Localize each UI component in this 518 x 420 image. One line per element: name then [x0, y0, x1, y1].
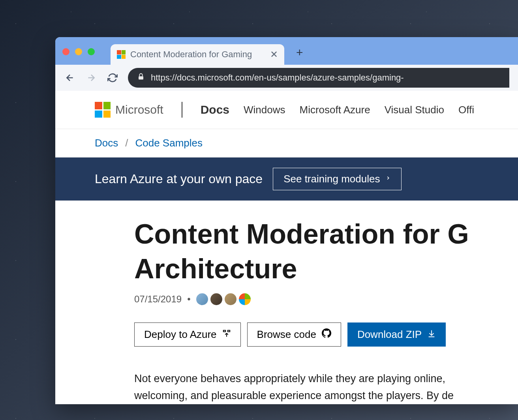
- nav-windows[interactable]: Windows: [244, 104, 285, 116]
- browser-window: Content Moderation for Gaming ✕ + https:…: [55, 37, 518, 404]
- page-title: Content Moderation for G Architecture: [134, 217, 518, 286]
- learn-button-label: See training modules: [283, 173, 380, 185]
- address-bar[interactable]: https://docs.microsoft.com/en-us/samples…: [128, 68, 509, 88]
- article-date: 07/15/2019: [134, 294, 182, 305]
- nav-office[interactable]: Offi: [458, 104, 474, 116]
- deploy-icon: [222, 328, 231, 341]
- window-close-button[interactable]: [62, 48, 69, 55]
- article-body: Not everyone behaves appropriately while…: [134, 370, 518, 404]
- nav-azure[interactable]: Microsoft Azure: [300, 104, 370, 116]
- svg-rect-0: [139, 76, 143, 79]
- learn-banner: Learn Azure at your own pace See trainin…: [55, 158, 518, 201]
- lock-icon: [137, 73, 145, 83]
- svg-rect-1: [223, 330, 225, 332]
- article: Content Moderation for G Architecture 07…: [55, 201, 518, 404]
- article-meta: 07/15/2019 •: [134, 293, 518, 305]
- breadcrumb-code-samples[interactable]: Code Samples: [135, 137, 203, 149]
- breadcrumb: Docs / Code Samples: [55, 129, 518, 158]
- avatar[interactable]: [196, 293, 208, 305]
- download-zip-button[interactable]: Download ZIP: [347, 322, 446, 347]
- page-content: Microsoft Docs Windows Microsoft Azure V…: [55, 91, 518, 404]
- window-minimize-button[interactable]: [75, 48, 82, 55]
- microsoft-brand-text: Microsoft: [115, 103, 163, 116]
- tab-title: Content Moderation for Gaming: [130, 49, 265, 60]
- browser-tab[interactable]: Content Moderation for Gaming ✕: [111, 44, 284, 65]
- github-icon: [322, 328, 331, 341]
- tab-strip: Content Moderation for Gaming ✕ +: [55, 37, 518, 65]
- forward-button[interactable]: [85, 72, 97, 84]
- microsoft-favicon-icon: [117, 50, 126, 59]
- deploy-to-azure-button[interactable]: Deploy to Azure: [134, 322, 241, 347]
- learn-banner-text: Learn Azure at your own pace: [95, 172, 263, 186]
- browse-code-button[interactable]: Browse code: [247, 322, 341, 347]
- traffic-lights: [62, 48, 111, 65]
- chevron-right-icon: [385, 173, 391, 185]
- microsoft-logo-icon: [95, 102, 111, 118]
- nav-visual-studio[interactable]: Visual Studio: [385, 104, 444, 116]
- breadcrumb-docs[interactable]: Docs: [95, 137, 118, 149]
- meta-separator: •: [187, 294, 190, 305]
- avatar[interactable]: [210, 293, 222, 305]
- avatar[interactable]: [239, 293, 251, 305]
- see-training-modules-button[interactable]: See training modules: [273, 168, 402, 190]
- avatar[interactable]: [225, 293, 236, 305]
- header-divider: [182, 102, 182, 118]
- back-button[interactable]: [64, 72, 76, 84]
- breadcrumb-separator: /: [125, 137, 128, 149]
- tab-close-icon[interactable]: ✕: [270, 49, 278, 60]
- reload-button[interactable]: [107, 72, 118, 84]
- download-icon: [427, 328, 436, 341]
- svg-rect-2: [227, 330, 230, 332]
- browser-toolbar: https://docs.microsoft.com/en-us/samples…: [55, 65, 518, 91]
- url-text: https://docs.microsoft.com/en-us/samples…: [151, 73, 404, 83]
- nav-docs[interactable]: Docs: [201, 103, 229, 116]
- contributor-avatars[interactable]: [196, 293, 251, 305]
- site-header: Microsoft Docs Windows Microsoft Azure V…: [55, 91, 518, 129]
- window-maximize-button[interactable]: [88, 48, 95, 55]
- microsoft-logo[interactable]: Microsoft: [95, 102, 163, 118]
- action-buttons: Deploy to Azure Browse code Download ZIP: [134, 322, 518, 347]
- new-tab-button[interactable]: +: [284, 46, 315, 65]
